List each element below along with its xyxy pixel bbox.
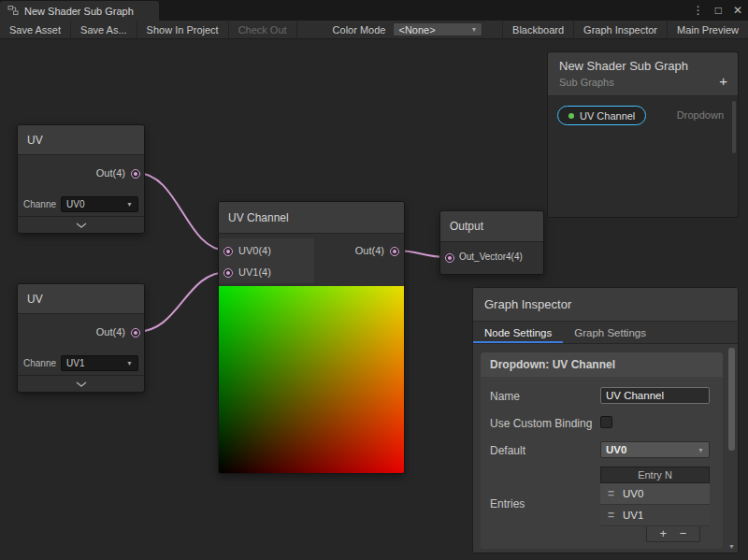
- drag-handle-icon[interactable]: =: [608, 509, 614, 522]
- tab-node-settings[interactable]: Node Settings: [473, 322, 563, 343]
- collapse-preview-toggle[interactable]: [18, 375, 144, 392]
- main-preview-toggle-button[interactable]: Main Preview: [667, 21, 748, 38]
- custom-binding-row: Use Custom Binding: [481, 414, 723, 431]
- graph-inspector-toggle-button[interactable]: Graph Inspector: [573, 21, 667, 38]
- blackboard-toggle-button[interactable]: Blackboard: [502, 21, 573, 38]
- entry-label: UV1: [623, 510, 643, 521]
- inspector-tabs: Node Settings Graph Settings: [473, 322, 738, 344]
- chevron-down-icon: ▼: [126, 201, 133, 208]
- default-label: Default: [490, 441, 600, 458]
- node-title[interactable]: UV: [18, 284, 144, 314]
- inspector-scrollbar[interactable]: ▼: [727, 346, 736, 550]
- channel-value: UV0: [66, 199, 84, 209]
- tab-new-shader-sub-graph[interactable]: New Shader Sub Graph: [0, 1, 159, 21]
- save-asset-button[interactable]: Save Asset: [0, 21, 71, 38]
- channel-dropdown[interactable]: UV1 ▼: [61, 355, 138, 371]
- dropdown-settings-section: Dropdown: UV Channel Name UV Channel Use…: [481, 352, 723, 549]
- scrollbar-thumb[interactable]: [728, 348, 735, 451]
- collapse-preview-toggle[interactable]: [18, 216, 144, 233]
- exposed-dot-icon: [568, 113, 574, 119]
- node-title[interactable]: UV Channel: [219, 202, 404, 234]
- chevron-down-icon: ▼: [126, 360, 133, 366]
- port-label-out: Out(4): [96, 326, 125, 337]
- chevron-down-icon: [76, 381, 87, 387]
- tab-title: New Shader Sub Graph: [24, 6, 134, 17]
- add-entry-button[interactable]: +: [660, 527, 668, 539]
- entry-label: UV0: [623, 488, 643, 499]
- blackboard-panel[interactable]: New Shader Sub Graph Sub Graphs + UV Cha…: [547, 51, 739, 218]
- inspector-header[interactable]: Graph Inspector: [473, 288, 738, 322]
- toolbar-right-group: Blackboard Graph Inspector Main Preview: [502, 21, 748, 38]
- blackboard-header[interactable]: New Shader Sub Graph Sub Graphs +: [547, 51, 739, 96]
- subgraph-icon: [7, 5, 19, 18]
- output-port[interactable]: [390, 247, 399, 256]
- check-out-button: Check Out: [229, 21, 297, 38]
- channel-row: Channe UV1 ▼: [18, 352, 144, 375]
- blackboard-item-uv-channel[interactable]: UV Channel: [557, 106, 646, 125]
- graph-canvas[interactable]: UV Out(4) Channe UV0 ▼ UV: [0, 39, 748, 560]
- channel-label: Channe: [23, 199, 56, 209]
- blackboard-subtitle: Sub Graphs: [559, 77, 726, 88]
- node-title[interactable]: Output: [440, 211, 543, 242]
- tab-graph-settings[interactable]: Graph Settings: [563, 322, 657, 343]
- input-port-uv1[interactable]: [223, 268, 233, 278]
- input-row: Out_Vector4(4): [440, 242, 543, 274]
- channel-dropdown[interactable]: UV0 ▼: [61, 196, 138, 212]
- blackboard-title: New Shader Sub Graph: [559, 59, 726, 73]
- ports-area: UV0(4) UV1(4) Out(4): [219, 234, 404, 286]
- close-icon[interactable]: ✕: [733, 4, 742, 17]
- color-mode-dropdown[interactable]: <None> ▼: [393, 22, 482, 36]
- uv-preview: [219, 286, 404, 473]
- graph-toolbar: Save Asset Save As... Show In Project Ch…: [0, 21, 748, 39]
- more-menu-icon[interactable]: ⋮: [693, 4, 704, 17]
- remove-entry-button[interactable]: −: [680, 527, 687, 539]
- input-port-uv0[interactable]: [223, 247, 233, 256]
- entry-row-uv1[interactable]: = UV1: [600, 505, 710, 526]
- input-port-out-vector4[interactable]: [445, 253, 454, 263]
- channel-row: Channe UV0 ▼: [18, 193, 144, 216]
- name-input[interactable]: UV Channel: [600, 387, 710, 404]
- output-node[interactable]: Output Out_Vector4(4): [439, 210, 544, 275]
- show-in-project-button[interactable]: Show In Project: [137, 21, 229, 38]
- inspector-title: Graph Inspector: [484, 297, 571, 311]
- node-title[interactable]: UV: [18, 125, 144, 155]
- port-label-out: Out(4): [355, 245, 384, 256]
- use-custom-binding-label: Use Custom Binding: [490, 414, 600, 431]
- name-label: Name: [490, 387, 600, 404]
- use-custom-binding-checkbox[interactable]: [600, 416, 612, 428]
- channel-label: Channe: [23, 358, 56, 368]
- edge-uv0[interactable]: [137, 173, 227, 251]
- blackboard-item-label: UV Channel: [580, 110, 635, 122]
- save-as-button[interactable]: Save As...: [71, 21, 137, 38]
- maximize-icon[interactable]: □: [715, 4, 722, 17]
- entry-row-uv0[interactable]: = UV0: [600, 483, 710, 505]
- port-label-uv1: UV1(4): [238, 266, 271, 278]
- chevron-down-icon: ▼: [471, 26, 478, 33]
- name-field-row: Name UV Channel: [481, 387, 723, 404]
- edge-uv1[interactable]: [137, 272, 227, 332]
- uv-node-bottom[interactable]: UV Out(4) Channe UV1 ▼: [17, 283, 145, 393]
- drag-handle-icon[interactable]: =: [608, 487, 614, 500]
- color-mode-label: Color Mode: [325, 21, 394, 38]
- port-label-uv0: UV0(4): [238, 245, 271, 256]
- node-title-label: UV: [27, 134, 43, 147]
- add-property-button[interactable]: +: [719, 74, 727, 88]
- output-port[interactable]: [131, 169, 140, 179]
- entries-list-footer: + −: [646, 526, 700, 542]
- uv-node-top[interactable]: UV Out(4) Channe UV0 ▼: [17, 124, 145, 234]
- graph-inspector-panel[interactable]: Graph Inspector Node Settings Graph Sett…: [472, 287, 739, 553]
- chevron-down-icon: ▼: [698, 447, 704, 453]
- output-port[interactable]: [131, 328, 140, 337]
- node-title-label: UV: [27, 293, 43, 306]
- entries-label: Entries: [490, 496, 600, 511]
- default-dropdown[interactable]: UV0 ▼: [600, 441, 710, 458]
- blackboard-item-type: Dropdown: [677, 109, 724, 121]
- node-title-label: UV Channel: [228, 211, 289, 224]
- inspector-content: Dropdown: UV Channel Name UV Channel Use…: [473, 345, 738, 553]
- chevron-down-icon: [76, 223, 87, 228]
- window-tab-bar: New Shader Sub Graph ⋮ □ ✕: [0, 0, 748, 21]
- uv-channel-node[interactable]: UV Channel UV0(4) UV1(4) Out(4): [218, 201, 405, 474]
- scroll-down-arrow-icon[interactable]: ▼: [727, 543, 736, 550]
- shader-graph-window: New Shader Sub Graph ⋮ □ ✕ Save Asset Sa…: [0, 0, 748, 560]
- blackboard-scrollbar[interactable]: [732, 101, 736, 153]
